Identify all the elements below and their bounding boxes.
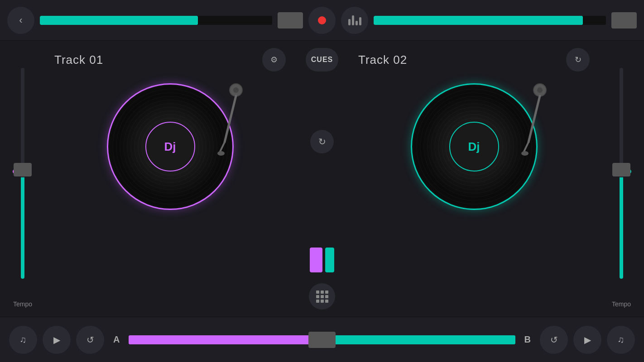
queue-right-button[interactable]: ♫ (607, 326, 635, 354)
equalizer-icon (348, 15, 361, 25)
crossfader-label-a: A (113, 334, 120, 345)
grid-icon (316, 291, 328, 303)
vinyl-right-container[interactable]: Dj (406, 79, 542, 214)
crossfader-label-b: B (524, 334, 531, 345)
queue-left-button[interactable]: ♫ (9, 326, 37, 354)
repeat-button-right[interactable]: ↻ (566, 48, 590, 71)
svg-line-2 (225, 96, 236, 142)
crossfader-right-fill (322, 335, 515, 344)
crossfader-center (309, 248, 335, 310)
play-right-button[interactable]: ▶ (573, 326, 601, 354)
crossfader-left-fill (129, 335, 322, 344)
left-progress-fill (40, 16, 198, 25)
cues-button[interactable]: CUES (306, 48, 338, 71)
play-right-icon: ▶ (584, 334, 591, 345)
main-area: Tempo Track 01 ⚙ Dj (0, 41, 644, 317)
track-02-name: Track 02 (358, 53, 407, 67)
deck-right-header: Track 02 ↻ (358, 48, 590, 71)
right-progress-fill (374, 16, 583, 25)
level-bar-teal (325, 248, 334, 272)
svg-line-7 (529, 96, 540, 142)
equalizer-button[interactable] (341, 7, 368, 34)
left-progress-bar[interactable] (40, 16, 272, 25)
rewind-left-button[interactable]: ↺ (76, 326, 104, 354)
right-progress-bar[interactable] (374, 16, 606, 25)
vinyl-label-left: Dj (145, 122, 195, 171)
top-bar: ‹ (0, 0, 644, 41)
tempo-slider-right: Tempo (599, 41, 644, 317)
svg-point-4 (217, 151, 225, 156)
vinyl-label-right: Dj (449, 122, 499, 171)
left-tempo-label: Tempo (13, 300, 32, 308)
repeat-button[interactable]: ↻ (310, 130, 334, 153)
svg-point-9 (521, 151, 529, 156)
svg-point-6 (537, 87, 543, 93)
vinyl-left-container[interactable]: Dj (102, 79, 238, 214)
tonearm-right (515, 83, 551, 156)
center-panel: CUES ↻ (295, 41, 349, 317)
track-01-name: Track 01 (54, 53, 103, 67)
deck-left-header: Track 01 ⚙ (54, 48, 286, 71)
right-tempo-label: Tempo (612, 300, 631, 308)
rewind-left-icon: ↺ (87, 334, 94, 345)
record-icon (318, 16, 326, 24)
crossfader-bar[interactable] (129, 335, 515, 344)
left-tempo-thumb[interactable] (14, 163, 32, 176)
rewind-right-button[interactable]: ↺ (540, 326, 568, 354)
left-progress-handle[interactable] (278, 12, 303, 29)
repeat-icon-right: ↻ (575, 55, 582, 65)
repeat-icon: ↻ (318, 136, 326, 147)
queue-left-icon: ♫ (20, 334, 27, 345)
grid-button[interactable] (309, 283, 335, 310)
tonearm-left (211, 83, 247, 156)
queue-right-icon: ♫ (618, 334, 625, 345)
filter-button-left[interactable]: ⚙ (262, 48, 286, 71)
level-bars (310, 248, 334, 272)
rewind-right-icon: ↺ (550, 334, 558, 345)
back-icon: ‹ (19, 14, 22, 26)
svg-point-1 (233, 87, 239, 93)
crossfader-handle[interactable] (308, 332, 336, 348)
record-button[interactable] (308, 7, 336, 34)
bottom-bar: ♫ ▶ ↺ A B ↺ ▶ ♫ (0, 317, 644, 362)
deck-right: Track 02 ↻ Dj (349, 41, 599, 317)
deck-left: Track 01 ⚙ Dj (45, 41, 295, 317)
level-bar-pink (310, 248, 322, 272)
sliders-icon-left: ⚙ (270, 55, 278, 65)
right-progress-handle[interactable] (611, 12, 637, 29)
play-left-icon: ▶ (53, 334, 60, 345)
back-button[interactable]: ‹ (7, 7, 34, 34)
right-tempo-thumb[interactable] (612, 163, 630, 176)
tempo-slider-left: Tempo (0, 41, 45, 317)
play-left-button[interactable]: ▶ (43, 326, 71, 354)
